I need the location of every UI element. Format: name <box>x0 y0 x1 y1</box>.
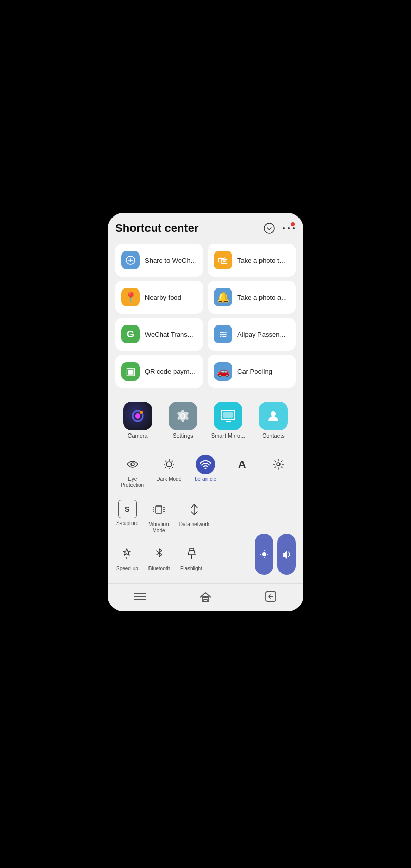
qr-code-icon: ▣ <box>121 362 140 381</box>
toggle-row-1: Eye Protection <box>115 451 296 492</box>
speed-up-icon <box>117 544 137 564</box>
alipay-icon: ≋ <box>214 325 232 343</box>
toggle-row-2: S S-capture <box>115 497 250 537</box>
vibration-label: Vibration Mode <box>148 521 169 534</box>
shortcut-cards-grid: Share to WeCh... 🛍 Take a photo t... 📍 N… <box>115 244 296 388</box>
s-capture-icon: S <box>118 500 137 518</box>
car-pooling-label: Car Pooling <box>237 368 272 375</box>
alipay-label: Alipay Passen... <box>237 331 285 338</box>
smart-mirror-icon <box>214 402 242 430</box>
toggle-bluetooth[interactable]: Bluetooth <box>147 541 171 575</box>
app-contacts[interactable]: Contacts <box>255 402 292 439</box>
svg-line-18 <box>165 461 166 462</box>
toggle-font-size[interactable]: A <box>225 451 259 492</box>
svg-point-34 <box>262 552 266 556</box>
page-title: Shortcut center <box>115 222 199 235</box>
car-pooling-icon: 🚗 <box>214 362 232 381</box>
dark-mode-icon <box>159 455 179 474</box>
take-photo-t-icon: 🛍 <box>214 251 232 269</box>
take-photo-a-icon: 🔔 <box>214 288 232 306</box>
svg-point-13 <box>166 462 172 467</box>
toggle-flashlight[interactable]: Flashlight <box>179 541 203 575</box>
nearby-food-label: Nearby food <box>145 294 181 301</box>
toggle-speed-up[interactable]: Speed up <box>115 541 139 575</box>
nearby-food-icon: 📍 <box>121 288 140 306</box>
wechat-trans-icon: G <box>121 325 140 343</box>
app-camera[interactable]: Camera <box>119 402 156 439</box>
wifi-label: belkin.cfc <box>195 476 216 482</box>
svg-rect-43 <box>204 599 207 602</box>
brightness-slider[interactable] <box>255 534 273 575</box>
toggle-s-capture[interactable]: S S-capture <box>115 497 139 537</box>
shortcut-take-photo-a[interactable]: 🔔 Take a photo a... <box>208 281 296 314</box>
volume-slider[interactable] <box>277 534 296 575</box>
vibration-icon <box>149 500 169 519</box>
shortcut-center-header: Shortcut center <box>115 221 296 236</box>
data-network-label: Data network <box>179 521 210 528</box>
eye-protection-label: Eye Protection <box>121 476 144 489</box>
s-capture-label: S-capture <box>116 520 138 527</box>
data-network-icon <box>184 500 204 519</box>
notification-dot <box>291 222 295 226</box>
shortcut-qr-code[interactable]: ▣ QR code paym... <box>115 355 203 388</box>
shortcut-nearby-food[interactable]: 📍 Nearby food <box>115 281 203 314</box>
toggle-row-3: Speed up Bluetooth <box>115 541 250 575</box>
share-wechat-icon <box>121 251 140 269</box>
contacts-icon <box>259 402 288 430</box>
contacts-label: Contacts <box>262 432 284 439</box>
right-sliders <box>255 534 296 575</box>
svg-point-11 <box>271 411 276 417</box>
nav-back-icon[interactable] <box>265 591 277 606</box>
svg-point-0 <box>264 223 274 233</box>
qr-code-label: QR code paym... <box>145 368 195 375</box>
flashlight-label: Flashlight <box>180 566 202 572</box>
bottom-navigation <box>108 583 303 611</box>
phone-frame: Shortcut center <box>98 203 313 665</box>
svg-line-19 <box>172 467 173 468</box>
shortcut-wechat-trans[interactable]: G WeChat Trans... <box>115 318 203 351</box>
smart-mirror-label: Smart Mirro... <box>211 432 246 439</box>
take-photo-t-label: Take a photo t... <box>237 257 285 264</box>
shortcut-car-pooling[interactable]: 🚗 Car Pooling <box>208 355 296 388</box>
wechat-trans-label: WeChat Trans... <box>145 331 193 338</box>
app-settings[interactable]: Settings <box>164 402 201 439</box>
nav-menu-icon[interactable] <box>134 591 146 606</box>
app-smart-mirror[interactable]: Smart Mirro... <box>210 402 247 439</box>
toggle-wifi[interactable]: belkin.cfc <box>188 451 222 492</box>
svg-point-2 <box>288 227 290 229</box>
bluetooth-label: Bluetooth <box>148 566 170 572</box>
take-photo-a-label: Take a photo a... <box>237 294 287 301</box>
speed-up-label: Speed up <box>116 566 138 572</box>
svg-line-20 <box>172 461 173 462</box>
left-toggles: S S-capture <box>115 497 250 575</box>
more-options-icon[interactable] <box>282 221 296 236</box>
svg-point-12 <box>131 463 134 466</box>
collapse-icon[interactable] <box>262 221 276 236</box>
svg-rect-10 <box>226 421 231 422</box>
nav-home-icon[interactable] <box>199 591 212 606</box>
wifi-icon <box>196 455 215 474</box>
toggle-vibration[interactable]: Vibration Mode <box>147 497 170 537</box>
svg-rect-9 <box>223 412 233 418</box>
settings-quick-icon <box>269 455 288 474</box>
bluetooth-icon <box>150 544 169 564</box>
flashlight-icon <box>182 544 201 564</box>
phone-screen: Shortcut center <box>108 213 303 611</box>
toggle-settings-quick[interactable] <box>261 451 296 492</box>
font-size-icon: A <box>232 455 252 474</box>
toggle-dark-mode[interactable]: Dark Mode <box>152 451 186 492</box>
screen-content: Shortcut center <box>108 213 303 583</box>
app-icons-row: Camera Settings <box>115 402 296 439</box>
svg-point-7 <box>140 411 143 414</box>
shortcut-alipay[interactable]: ≋ Alipay Passen... <box>208 318 296 351</box>
camera-label: Camera <box>127 432 147 439</box>
shortcut-share-wechat[interactable]: Share to WeCh... <box>115 244 203 277</box>
settings-label: Settings <box>173 432 193 439</box>
camera-icon <box>123 402 152 430</box>
toggle-data-network[interactable]: Data network <box>178 497 211 537</box>
svg-point-6 <box>135 413 140 419</box>
shortcut-take-photo-t[interactable]: 🛍 Take a photo t... <box>208 244 296 277</box>
toggle-eye-protection[interactable]: Eye Protection <box>115 451 150 492</box>
eye-protection-icon <box>123 455 142 474</box>
svg-rect-24 <box>156 506 162 513</box>
